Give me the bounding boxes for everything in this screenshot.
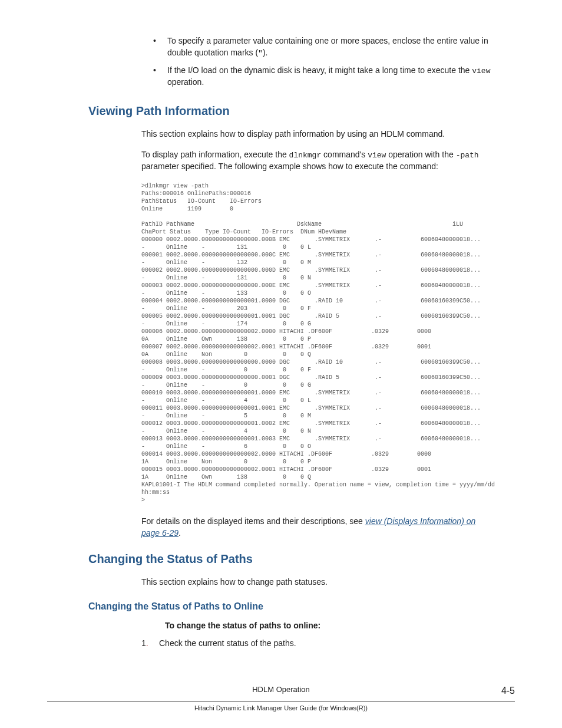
footer-divider (47, 701, 515, 701)
footer-book-title: Hitachi Dynamic Link Manager User Guide … (47, 704, 515, 713)
code-inline: view (368, 151, 386, 160)
footer-chapter-row: HDLM Operation 4-5 (47, 684, 515, 699)
step-text: Check the current status of the paths. (159, 638, 296, 648)
text: operation with the (386, 150, 455, 159)
step-dot: . (146, 638, 148, 648)
footer-chapter-title: HDLM Operation (252, 685, 310, 694)
bullet-text: If the I/O load on the dynamic disk is h… (167, 65, 472, 75)
notes-list: To specify a parameter value containing … (153, 35, 515, 88)
bullet-text: operation. (167, 77, 204, 87)
text: parameter specified. The following examp… (141, 162, 438, 171)
page-footer: HDLM Operation 4-5 Hitachi Dynamic Link … (47, 684, 515, 713)
paragraph: This section explains how to display pat… (141, 129, 491, 140)
step-number: 1. (141, 638, 148, 650)
command-output-block: >dlnkmgr view -path Paths:000016 OnlineP… (141, 182, 497, 504)
heading-changing-status: Changing the Status of Paths (88, 551, 515, 567)
page-number: 4-5 (501, 684, 515, 697)
text: To display path information, execute the (141, 150, 289, 159)
heading-changing-status-online: Changing the Status of Paths to Online (88, 600, 515, 613)
bullet-text: ). (263, 48, 268, 57)
heading-viewing-path-information: Viewing Path Information (88, 103, 515, 119)
procedure-list: 1. Check the current status of the paths… (141, 638, 515, 650)
paragraph: To display path information, execute the… (141, 149, 491, 173)
code-inline: " (258, 49, 263, 58)
text: . (178, 528, 181, 538)
procedure-step: 1. Check the current status of the paths… (141, 638, 515, 650)
code-inline: -path (456, 151, 479, 160)
text: For details on the displayed items and t… (141, 516, 365, 526)
code-inline: view (472, 67, 490, 75)
paragraph: This section explains how to change path… (141, 577, 491, 588)
bullet-item: If the I/O load on the dynamic disk is h… (153, 65, 515, 88)
text: command's (321, 150, 368, 159)
procedure-title: To change the status of paths to online: (165, 620, 515, 632)
bullet-item: To specify a parameter value containing … (153, 35, 515, 59)
bullet-text: To specify a parameter value containing … (167, 36, 488, 57)
code-inline: dlnkmgr (289, 151, 322, 160)
paragraph: For details on the displayed items and t… (141, 516, 491, 539)
